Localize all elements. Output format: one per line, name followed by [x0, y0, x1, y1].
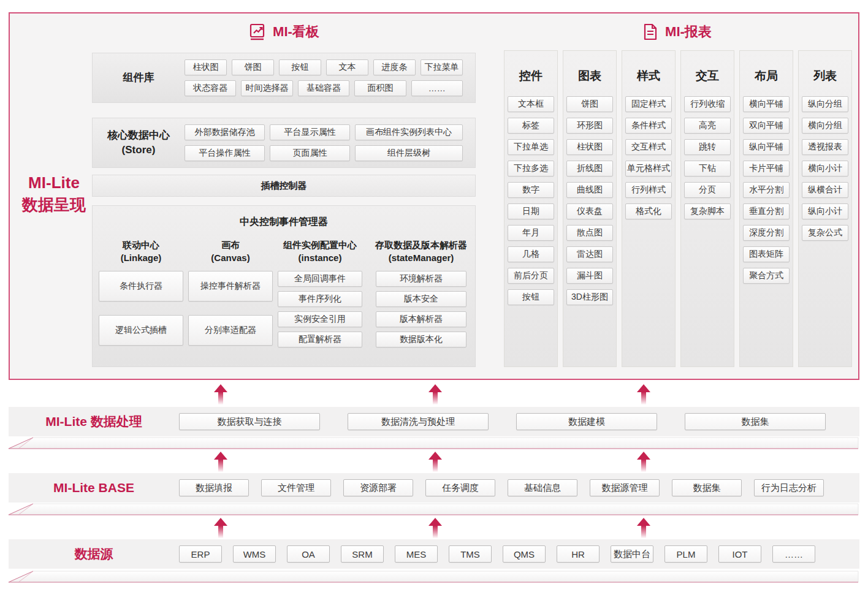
data-source-box: PLM — [664, 545, 707, 563]
chart-chip: 仪表盘 — [566, 203, 613, 219]
store-chip: 页面属性 — [270, 145, 350, 161]
layout-chip: 双向平铺 — [743, 118, 790, 134]
slot-controller-bar: 插槽控制器 — [92, 175, 476, 197]
component-chip: 下拉菜单 — [421, 59, 463, 75]
list-chip: 横向分组 — [802, 118, 848, 134]
line-chart-icon — [248, 23, 267, 41]
layout-chip: 图表矩阵 — [743, 246, 790, 262]
report-column-charts-header: 图表 — [578, 68, 601, 84]
store-chip-row-1: 外部数据储存池平台显示属性画布组件实例列表中心 — [185, 124, 463, 140]
instance-en: (instance) — [283, 251, 357, 264]
state-manager-chip: 环境解析器 — [376, 271, 466, 287]
store-chip: 平台操作属性 — [185, 145, 265, 161]
base-box: 资源部署 — [343, 479, 413, 496]
component-chip: 面积图 — [354, 80, 406, 96]
base-box: 基础信息 — [508, 479, 577, 496]
base-box: 数据填报 — [179, 479, 249, 496]
control-chip: 标签 — [508, 118, 554, 134]
platform-ribbon — [0, 503, 868, 518]
up-arrow-icon — [214, 452, 227, 472]
state-manager-items: 环境解析器版本安全版本解析器数据版本化 — [376, 271, 466, 347]
store-chip: 组件层级树 — [355, 145, 463, 161]
data-source-box: MES — [395, 545, 438, 563]
control-chip: 几格 — [508, 246, 554, 262]
style-chip: 格式化 — [625, 203, 672, 219]
data-source-box: HR — [557, 545, 600, 563]
list-chip: 横向小计 — [802, 161, 848, 176]
state-manager-column-header: 存取数据及版本解析器 (stateManager) — [375, 238, 467, 265]
instance-chip: 配置解析器 — [278, 332, 362, 347]
linkage-en: (Linkage) — [121, 251, 162, 264]
canvas-en: (Canvas) — [211, 251, 249, 264]
interaction-chip: 分页 — [684, 182, 731, 198]
canvas-chip: 分别率适配器 — [188, 315, 273, 346]
style-chip: 单元格样式 — [625, 161, 672, 176]
linkage-chip: 逻辑公式插槽 — [99, 315, 183, 346]
kanban-section-header: MI-看板 — [92, 21, 476, 43]
component-chip-row-1: 柱状图饼图按钮文本进度条下拉菜单 — [185, 59, 463, 75]
up-arrow-icon — [428, 384, 442, 405]
data-source-box: OA — [287, 545, 330, 563]
report-column-interactions: 交互 行列收缩高亮跳转下钻分页复杂脚本 — [680, 50, 734, 367]
report-column-layout-items: 横向平铺双向平铺纵向平铺卡片平铺水平分割垂直分割深度分割图表矩阵聚合方式 — [740, 96, 793, 284]
document-icon — [642, 23, 659, 41]
report-column-list: 列表 纵向分组横向分组透视报表横向小计纵横合计纵向小计复杂公式 — [798, 50, 852, 367]
processing-box: 数据获取与连接 — [179, 413, 320, 430]
instance-name: 组件实例配置中心 — [283, 238, 357, 251]
processing-band-label: MI-Lite 数据处理 — [9, 413, 179, 430]
component-library-label: 组件库 — [93, 53, 185, 102]
linkage-name: 联动中心 — [121, 238, 162, 251]
canvas-column-header: 画布 (Canvas) — [211, 238, 249, 265]
chart-chip: 漏斗图 — [566, 268, 613, 284]
store-chip: 平台显示属性 — [270, 124, 350, 140]
state-manager-column: 存取数据及版本解析器 (stateManager) 环境解析器版本安全版本解析器… — [376, 238, 466, 347]
base-band-items: 数据填报文件管理资源部署任务调度基础信息数据源管理数据集行为日志分析 — [179, 479, 824, 496]
kanban-title: MI-看板 — [273, 23, 319, 41]
store-panel: 核心数据中心 (Store) 外部数据储存池平台显示属性画布组件实例列表中心 平… — [92, 118, 476, 168]
up-arrow-icon — [214, 518, 227, 539]
arrows-to-presentation — [0, 384, 868, 405]
layout-chip: 卡片平铺 — [743, 161, 790, 176]
interaction-chip: 下钻 — [684, 161, 731, 176]
component-library-chips: 柱状图饼图按钮文本进度条下拉菜单 状态容器时间选择器基础容器面积图…… — [185, 53, 475, 102]
data-source-box: WMS — [233, 545, 276, 563]
processing-box: 数据集 — [685, 413, 826, 430]
data-source-box: QMS — [503, 545, 546, 563]
platform-ribbon — [0, 570, 868, 586]
canvas-items: 操控事件解析器分别率适配器 — [188, 271, 273, 346]
report-column-charts-items: 饼图环形图柱状图折线图曲线图仪表盘散点图雷达图漏斗图3D柱形图 — [563, 96, 616, 305]
interaction-chip: 行列收缩 — [684, 96, 731, 112]
report-column-controls-header: 控件 — [519, 68, 542, 84]
component-chip: 进度条 — [373, 59, 416, 75]
base-box: 行为日志分析 — [754, 479, 824, 496]
base-band: MI-Lite BASE 数据填报文件管理资源部署任务调度基础信息数据源管理数据… — [9, 473, 859, 503]
report-columns: 控件 文本框标签下拉单选下拉多选数字日期年月几格前后分页按钮 图表 饼图环形图柱… — [504, 50, 852, 367]
presentation-label-line2: 数据呈现 — [22, 195, 86, 214]
canvas-column: 画布 (Canvas) 操控事件解析器分别率适配器 — [188, 238, 273, 347]
central-event-manager-title: 中央控制事件管理器 — [93, 206, 475, 229]
report-column-charts: 图表 饼图环形图柱状图折线图曲线图仪表盘散点图雷达图漏斗图3D柱形图 — [563, 50, 617, 367]
state-manager-chip: 数据版本化 — [376, 332, 466, 347]
state-manager-en: (stateManager) — [375, 251, 467, 264]
store-chip: 画布组件实例列表中心 — [355, 124, 463, 140]
control-chip: 数字 — [508, 182, 554, 198]
list-chip: 纵向分组 — [802, 96, 848, 112]
report-column-list-items: 纵向分组横向分组透视报表横向小计纵横合计纵向小计复杂公式 — [799, 96, 851, 241]
control-chip: 前后分页 — [508, 268, 554, 284]
chart-chip: 环形图 — [566, 118, 613, 134]
processing-box: 数据建模 — [516, 413, 657, 430]
base-band-label: MI-Lite BASE — [9, 480, 179, 495]
list-chip: 纵向小计 — [802, 203, 848, 219]
mi-lite-architecture-diagram: MI-Lite 数据呈现 MI-看板 组件库 柱状图饼图按钮文本进度条下拉菜单 … — [0, 0, 868, 592]
style-chip: 条件样式 — [625, 118, 672, 134]
layout-chip: 纵向平铺 — [743, 139, 790, 155]
interaction-chip: 高亮 — [684, 118, 731, 134]
style-chip: 行列样式 — [625, 182, 672, 198]
central-event-manager-panel: 中央控制事件管理器 联动中心 (Linkage) 条件执行器逻辑公式插槽 画布 … — [92, 205, 476, 367]
list-chip: 复杂公式 — [802, 225, 848, 241]
up-arrow-icon — [637, 384, 650, 405]
chart-chip: 曲线图 — [566, 182, 613, 198]
store-chip: 外部数据储存池 — [185, 124, 265, 140]
control-chip: 日期 — [508, 203, 554, 219]
component-chip: 状态容器 — [185, 80, 236, 96]
